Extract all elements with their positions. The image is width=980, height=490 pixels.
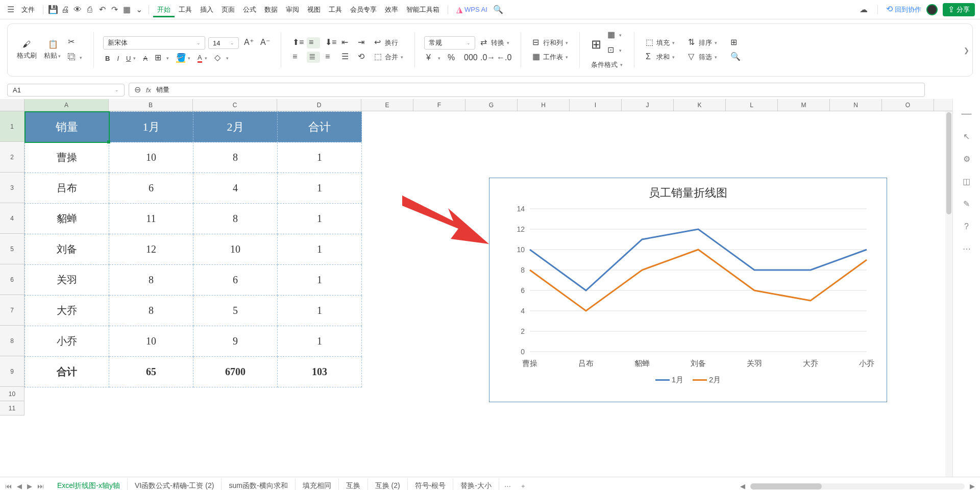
menu-tab-9[interactable]: 会员专享 <box>346 3 381 16</box>
worksheet-button[interactable]: ▦工作表▾ <box>530 52 570 63</box>
menu-tab-0[interactable]: 开始 <box>153 3 175 17</box>
row-header-8[interactable]: 8 <box>0 326 24 356</box>
file-menu[interactable]: 文件 <box>17 3 39 17</box>
col-header-G[interactable]: G <box>465 99 518 111</box>
copy-button[interactable]: ⿻▾ <box>66 52 84 63</box>
font-color-button[interactable]: A▾ <box>195 53 209 64</box>
row-header-5[interactable]: 5 <box>0 234 24 264</box>
comma-button[interactable]: 000 <box>462 53 475 64</box>
tab-add-button[interactable]: + <box>516 482 530 490</box>
paste-button[interactable]: 📋 粘贴▾ <box>42 39 63 61</box>
table-cell[interactable]: 10 <box>109 326 193 357</box>
justify-button[interactable]: ☰ <box>339 52 353 63</box>
format-painter-button[interactable]: 🖌 格式刷 <box>15 39 39 61</box>
number-format-select[interactable]: 常规⌄ <box>424 36 475 50</box>
table-header-cell[interactable]: 合计 <box>278 112 362 142</box>
bold-button[interactable]: B <box>103 54 112 63</box>
table-cell[interactable]: 65 <box>109 357 193 387</box>
table-cell[interactable]: 曹操 <box>25 142 109 173</box>
select-all-corner[interactable] <box>0 99 24 111</box>
increase-font-button[interactable]: A⁺ <box>242 37 255 48</box>
undo-icon[interactable]: ↶ <box>96 4 108 15</box>
table-cell[interactable]: 8 <box>109 265 193 296</box>
table-cell[interactable]: 12 <box>109 234 193 265</box>
table-cell[interactable]: 11 <box>109 204 193 234</box>
align-left-button[interactable]: ≡ <box>290 52 304 63</box>
row-header-1[interactable]: 1 <box>0 111 24 142</box>
back-collab-link[interactable]: ⟲ 回到协作 <box>886 5 921 14</box>
merge-button[interactable]: ⬚合并▾ <box>372 52 405 63</box>
table-cell[interactable]: 8 <box>193 204 278 234</box>
row-header-3[interactable]: 3 <box>0 173 24 203</box>
table-header-cell[interactable]: 1月 <box>109 112 193 142</box>
line-chart[interactable]: 员工销量折线图 02468101214曹操吕布貂蝉刘备关羽大乔小乔 1月2月 <box>489 178 887 402</box>
side-more-icon[interactable]: ⋯ <box>963 245 971 253</box>
cloud-icon[interactable]: ☁ <box>858 4 869 15</box>
table-cell[interactable]: 1 <box>278 234 362 265</box>
preview-icon[interactable]: 👁 <box>72 4 83 15</box>
horizontal-scrollbar[interactable] <box>750 483 965 489</box>
col-header-A[interactable]: A <box>24 99 109 111</box>
table-cell[interactable]: 小乔 <box>25 326 109 357</box>
side-tools-icon[interactable]: ✎ <box>963 200 970 208</box>
row-header-7[interactable]: 7 <box>0 295 24 326</box>
table-cell[interactable]: 103 <box>278 357 362 387</box>
menu-tab-11[interactable]: 智能工具箱 <box>402 3 444 16</box>
col-header-L[interactable]: L <box>726 99 778 111</box>
align-middle-button[interactable]: ≡ <box>307 37 320 48</box>
freeze-button[interactable]: ⊡▾ <box>605 45 624 56</box>
toolbox-button[interactable]: ⊞ <box>728 37 742 48</box>
format-icon[interactable]: ▦ <box>121 4 132 15</box>
col-header-C[interactable]: C <box>193 99 277 111</box>
table-cell[interactable]: 1 <box>278 296 362 326</box>
currency-button[interactable]: ¥▾ <box>424 53 443 64</box>
table-cell[interactable]: 6 <box>109 173 193 204</box>
orientation-button[interactable]: ⟲ <box>356 52 369 63</box>
font-size-select[interactable]: 14⌄ <box>208 37 239 49</box>
search-icon[interactable]: 🔍 <box>493 4 504 15</box>
menu-tab-4[interactable]: 公式 <box>239 3 260 16</box>
menu-tab-2[interactable]: 插入 <box>196 3 217 16</box>
cond-format-button[interactable]: 条件格式▾ <box>589 59 625 70</box>
wps-ai[interactable]: ◮ WPS AI <box>452 3 492 16</box>
menu-tab-3[interactable]: 页面 <box>217 3 239 16</box>
tab-last-button[interactable]: ⏭ <box>37 482 44 490</box>
sheet-tab[interactable]: 互换 (2) <box>368 478 408 491</box>
share-button[interactable]: ⇪ 分享 <box>943 3 975 16</box>
table-cell[interactable]: 吕布 <box>25 173 109 204</box>
menu-tab-6[interactable]: 审阅 <box>282 3 303 16</box>
fill-button[interactable]: ⬚填充▾ <box>644 37 677 48</box>
table-header-cell[interactable]: 销量 <box>25 112 109 142</box>
table-cell[interactable]: 9 <box>193 326 278 357</box>
decrease-indent-button[interactable]: ⇤ <box>339 37 353 48</box>
sheet-tab[interactable]: 替换-大小 <box>453 478 499 491</box>
side-settings-icon[interactable]: ⚙ <box>963 155 970 163</box>
tab-more-button[interactable]: ⋯ <box>499 482 516 490</box>
table-cell[interactable]: 刘备 <box>25 234 109 265</box>
menu-tab-8[interactable]: 工具 <box>325 3 346 16</box>
table-style-button[interactable]: ⊞ <box>589 37 602 48</box>
align-right-button[interactable]: ≡ <box>323 52 336 63</box>
col-header-D[interactable]: D <box>277 99 361 111</box>
col-header-F[interactable]: F <box>413 99 465 111</box>
table-cell[interactable]: 4 <box>193 173 278 204</box>
tab-next-button[interactable]: ▶ <box>27 482 32 490</box>
cell-style-button[interactable]: ▦▾ <box>605 30 624 41</box>
decrease-decimal-button[interactable]: ←.0 <box>495 53 508 64</box>
align-center-button[interactable]: ≣ <box>307 52 320 63</box>
table-cell[interactable]: 10 <box>193 234 278 265</box>
fill-color-button[interactable]: 🪣▾ <box>174 53 192 64</box>
clear-format-button[interactable]: ◇▾ <box>212 53 231 64</box>
decrease-font-button[interactable]: A⁻ <box>258 37 272 48</box>
col-header-K[interactable]: K <box>674 99 726 111</box>
strike-button[interactable]: A <box>141 54 150 63</box>
table-cell[interactable]: 10 <box>109 142 193 173</box>
wrap-text-button[interactable]: ↩换行 <box>372 37 400 48</box>
col-header-E[interactable]: E <box>361 99 413 111</box>
table-cell[interactable]: 1 <box>278 265 362 296</box>
increase-decimal-button[interactable]: .0→ <box>478 53 492 64</box>
underline-button[interactable]: U▾ <box>124 54 138 63</box>
menu-tab-7[interactable]: 视图 <box>303 3 325 16</box>
table-cell[interactable]: 8 <box>193 142 278 173</box>
rows-cols-button[interactable]: ⊟行和列▾ <box>530 37 570 48</box>
